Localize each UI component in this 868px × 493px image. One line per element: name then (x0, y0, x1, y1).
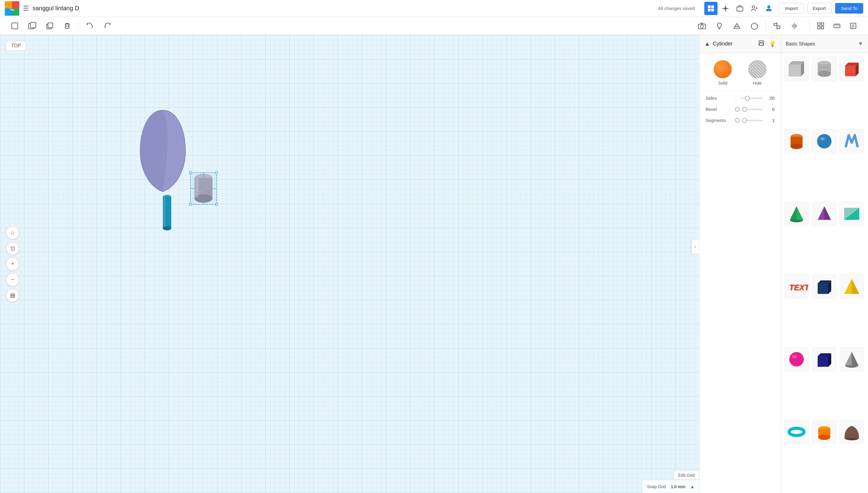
toolbar (0, 17, 868, 35)
shape-item-cone-green[interactable] (785, 202, 809, 226)
sides-minus: - (735, 96, 736, 101)
svg-rect-19 (31, 22, 36, 28)
svg-marker-115 (852, 352, 859, 365)
header-icons (704, 2, 775, 15)
leaf-shape[interactable] (139, 107, 187, 195)
shape-item-shape-brown[interactable] (840, 420, 864, 444)
segments-value: 1 (766, 118, 774, 123)
bevel-dot[interactable] (735, 107, 740, 112)
shape-item-box-red[interactable] (840, 57, 864, 81)
shape-item-torus-teal[interactable] (785, 420, 809, 444)
svg-marker-96 (790, 206, 796, 220)
canvas-area[interactable]: TOP ⌂ ⊡ + − (0, 35, 699, 493)
solid-option[interactable]: Solid (714, 60, 732, 86)
delete-button[interactable] (60, 18, 75, 34)
shape-item-box-darkblue[interactable] (812, 347, 836, 371)
shapes-lib-title: Basic Shapes (786, 41, 855, 47)
svg-marker-35 (791, 23, 794, 28)
svg-point-68 (215, 203, 218, 206)
camera-tool[interactable] (694, 18, 709, 34)
svg-marker-107 (852, 279, 859, 294)
cylinder-blue[interactable] (162, 195, 172, 231)
shape-header-arrow[interactable]: ▲ (704, 40, 710, 47)
svg-rect-50 (10, 295, 15, 296)
zoom-in-control[interactable]: + (6, 257, 19, 271)
svg-point-13 (752, 6, 755, 8)
bevel-row: Bevel 0 (706, 107, 774, 112)
svg-marker-36 (795, 23, 798, 28)
shape-item-wedge-teal[interactable] (840, 202, 864, 226)
shape-item-text-3d[interactable]: TEXT TEXT (785, 274, 809, 298)
shape-item-cylinder-orange2[interactable] (812, 420, 836, 444)
snap-grid-unit-arrow[interactable]: ▲ (690, 484, 694, 489)
lightbulb-tool[interactable] (712, 18, 727, 34)
home-control[interactable]: ⌂ (6, 226, 19, 239)
segments-dot[interactable] (735, 118, 740, 123)
svg-rect-33 (777, 26, 780, 28)
shapes-grid: TEXT TEXT (781, 53, 868, 493)
import-button[interactable]: Import (779, 3, 804, 14)
export-button[interactable]: Export (807, 3, 831, 14)
align-tool[interactable] (769, 18, 785, 34)
segments-label: Segments (706, 118, 733, 123)
transform-button[interactable] (719, 2, 732, 15)
profile-button[interactable] (762, 2, 775, 15)
shape-item-cylinder-orange[interactable] (785, 129, 809, 153)
menu-icon[interactable]: ☰ (23, 4, 29, 12)
shape-item-tinkercad-logo[interactable] (840, 129, 864, 153)
sides-slider[interactable] (740, 98, 763, 99)
shape-properties-panel: ▲ Cylinder 💡 Solid Hole Sides - (699, 35, 781, 493)
shape-item-sphere-blue[interactable] (812, 129, 836, 153)
edit-grid-button[interactable]: Edit Grid (674, 471, 699, 480)
shape-item-pyramid-yellow[interactable] (840, 274, 864, 298)
sides-row: Sides - 20 (706, 95, 774, 101)
duplicate-button[interactable] (42, 18, 57, 34)
notes-secondary-tool[interactable] (846, 18, 861, 34)
svg-point-26 (700, 25, 703, 28)
hole-option[interactable]: Hole (748, 60, 766, 86)
ruler-secondary-tool[interactable] (829, 18, 845, 34)
shape-info-icon[interactable]: 💡 (769, 41, 776, 47)
redo-button[interactable] (100, 18, 115, 34)
shape-save-icon[interactable] (758, 40, 764, 48)
svg-text:TEXT: TEXT (790, 283, 809, 293)
sides-label: Sides (706, 95, 733, 101)
svg-rect-72 (760, 43, 763, 45)
svg-point-108 (789, 352, 804, 366)
shape-item-box-navy[interactable] (812, 274, 836, 298)
svg-rect-21 (48, 23, 53, 28)
perspective-tool[interactable] (729, 18, 744, 34)
solid-label: Solid (718, 81, 727, 86)
svg-rect-45 (850, 23, 856, 28)
bevel-slider[interactable] (742, 109, 763, 110)
view-cube-tool[interactable] (747, 18, 762, 34)
collapse-arrow[interactable]: › (691, 239, 699, 254)
shape-item-pyramid-purple[interactable] (812, 202, 836, 226)
undo-button[interactable] (82, 18, 97, 34)
shapes-library-header: Basic Shapes ▼ (781, 35, 868, 53)
shape-item-box-striped[interactable] (785, 57, 809, 81)
svg-point-93 (820, 137, 825, 140)
svg-text:↖: ↖ (206, 190, 210, 195)
mirror-tool[interactable] (787, 18, 802, 34)
send-to-button[interactable]: Send To (835, 3, 863, 14)
fit-control[interactable]: ⊡ (6, 242, 19, 255)
layers-control[interactable] (6, 289, 19, 302)
new-button[interactable] (7, 18, 22, 34)
copy-button[interactable] (25, 18, 40, 34)
shape-header: ▲ Cylinder 💡 (700, 35, 781, 53)
shape-item-cylinder-gray[interactable] (812, 57, 836, 81)
shapes-lib-dropdown[interactable]: ▼ (858, 41, 863, 47)
shape-item-cone-gray[interactable] (840, 347, 864, 371)
briefcase-button[interactable] (733, 2, 747, 15)
svg-point-116 (789, 428, 804, 435)
zoom-out-control[interactable]: − (6, 273, 19, 286)
segments-slider[interactable] (742, 120, 763, 121)
cylinder-selected[interactable]: ↖ (190, 172, 214, 202)
grid-view-button[interactable] (704, 2, 718, 15)
add-user-button[interactable] (748, 2, 761, 15)
svg-rect-38 (821, 23, 824, 25)
shape-item-sphere-pink[interactable] (785, 347, 809, 371)
save-status: All changes saved (658, 6, 695, 11)
grid-secondary-tool[interactable] (813, 18, 828, 34)
